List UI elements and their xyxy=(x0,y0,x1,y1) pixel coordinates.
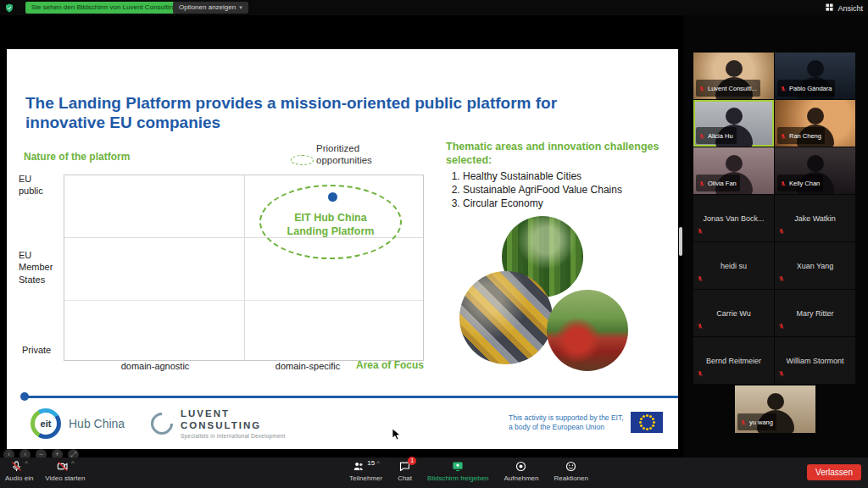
mic-muted-icon xyxy=(778,223,785,238)
video-label: Video starten xyxy=(45,474,85,482)
participants-count: 15 xyxy=(367,459,375,467)
eit-hub-text: Hub China xyxy=(69,417,125,430)
view-options-button[interactable]: Optionen anzeigen▾ xyxy=(173,2,248,14)
name-strip: yu wang xyxy=(737,413,776,430)
chevron-up-icon[interactable]: ^ xyxy=(25,460,28,467)
participant-tile[interactable]: Bernd Reitmeier xyxy=(693,337,774,384)
mic-muted-icon xyxy=(778,318,785,333)
share-screen-button[interactable]: Bildschirm freigeben xyxy=(427,460,488,482)
x-axis-label-domain-agnostic: domain-agnostic xyxy=(92,361,219,371)
participant-name: Olivia Fan xyxy=(708,180,737,187)
name-strip: Ran Cheng xyxy=(777,127,825,144)
thematic-item-2: Sustainable AgriFood Value Chains xyxy=(463,183,673,197)
participant-name: heidi su xyxy=(721,262,747,270)
footer-divider-dot xyxy=(20,392,29,401)
participant-tile[interactable]: Carrie Wu xyxy=(693,290,774,336)
luvent-consulting-logo: LUVENT CONSULTING Specialists in Interna… xyxy=(151,408,286,439)
meeting-toolbar: ^ Audio ein ^ Video starten 15^ Teilnehm… xyxy=(0,458,868,488)
eit-logo-text: eit xyxy=(35,413,57,435)
name-strip: Alicia Hu xyxy=(696,127,737,144)
mic-muted-icon xyxy=(697,318,704,333)
participant-name: Jonas Van Bock... xyxy=(704,214,765,223)
record-label: Aufnehmen xyxy=(504,474,539,482)
participant-tile-active-speaker[interactable]: Alicia Hu xyxy=(693,100,774,147)
chevron-up-icon[interactable]: ^ xyxy=(376,460,380,467)
participant-tile[interactable]: heidi su xyxy=(693,242,774,289)
participants-button[interactable]: 15^ Teilnehmer xyxy=(349,460,382,482)
thematic-item-3: Circular Economy xyxy=(463,197,673,210)
eu-flag-icon xyxy=(631,412,663,433)
chevron-up-icon[interactable]: ^ xyxy=(71,460,75,467)
participant-name: Ran Cheng xyxy=(789,132,821,140)
platform-marker-dot xyxy=(328,192,337,202)
view-options-label: Optionen anzeigen xyxy=(179,3,236,11)
audio-button[interactable]: ^ Audio ein xyxy=(5,460,33,482)
mouse-cursor xyxy=(392,428,401,444)
matrix-horizontal-gridline-2 xyxy=(64,300,423,301)
chevron-down-icon: ▾ xyxy=(239,4,242,10)
mic-muted-icon xyxy=(697,270,704,286)
participant-tile[interactable]: Mary Ritter xyxy=(775,290,855,336)
participant-gallery: Luvent Consulti... Pablo Gándara Alicia … xyxy=(693,53,855,384)
screen-share-banner: Sie sehen den Bildschirm von Luvent Cons… xyxy=(25,2,183,14)
mic-muted-icon xyxy=(780,80,787,96)
mic-muted-icon xyxy=(778,365,785,380)
participant-tile[interactable]: Kelly Chan xyxy=(775,147,855,194)
participant-tile[interactable]: Ran Cheng xyxy=(775,100,855,147)
gallery-scrollbar[interactable] xyxy=(679,227,682,256)
footer-divider-line xyxy=(24,396,678,398)
dashed-ellipse-legend-icon xyxy=(291,155,314,165)
mic-muted-icon xyxy=(698,175,705,191)
luvent-name-line1: LUVENT xyxy=(181,408,286,420)
eit-hub-china-logo: eit Hub China xyxy=(31,408,125,439)
mic-muted-icon xyxy=(698,128,705,143)
participants-label: Teilnehmer xyxy=(349,474,382,482)
luvent-mark-icon xyxy=(147,408,178,439)
participant-name: Kelly Chan xyxy=(789,180,820,187)
chat-button[interactable]: 1 Chat xyxy=(398,460,412,482)
presentation-slide: The Landing Platform provides a mission-… xyxy=(7,49,678,449)
participant-tile[interactable]: Jonas Van Bock... xyxy=(693,195,774,241)
view-label: Ansicht xyxy=(837,4,863,13)
mic-muted-icon xyxy=(778,270,785,286)
slide-title: The Landing Platform provides a mission-… xyxy=(25,93,581,132)
view-button[interactable]: Ansicht xyxy=(825,3,863,14)
mic-muted-icon xyxy=(780,175,787,191)
participant-name: Bernd Reitmeier xyxy=(706,357,761,365)
mic-muted-icon xyxy=(697,223,704,238)
video-button[interactable]: ^ Video starten xyxy=(45,460,85,482)
participant-name: William Stormont xyxy=(786,357,843,365)
participant-tile[interactable]: Olivia Fan xyxy=(693,147,774,194)
prioritized-opportunities-label: Prioritized opportunities xyxy=(316,142,389,167)
participant-name: Mary Ritter xyxy=(796,309,833,318)
security-shield-icon[interactable] xyxy=(4,2,14,17)
participant-tile[interactable]: Xuan Yang xyxy=(775,242,855,289)
name-strip: Pablo Gándara xyxy=(777,80,835,97)
eu-flag-stars xyxy=(646,421,648,424)
thematic-item-1: Healthy Sustainable Cities xyxy=(463,169,673,183)
participant-tile[interactable]: Luvent Consulti... xyxy=(693,53,774,99)
chat-badge: 1 xyxy=(408,457,416,465)
zoom-window: Sie sehen den Bildschirm von Luvent Cons… xyxy=(0,0,868,488)
participant-name: Jake Watkin xyxy=(794,214,836,223)
participant-name: Luvent Consulti... xyxy=(708,85,757,92)
area-of-focus-label: Area of Focus xyxy=(356,359,424,371)
top-bar: Sie sehen den Bildschirm von Luvent Cons… xyxy=(0,0,868,15)
participant-tile-self[interactable]: yu wang xyxy=(735,385,815,433)
eit-ring-icon: eit xyxy=(31,408,61,439)
mic-muted-icon xyxy=(697,365,704,380)
participant-tile[interactable]: Pablo Gándara xyxy=(775,53,855,99)
y-axis-label-eu-public: EU public xyxy=(19,173,54,197)
record-button[interactable]: Aufnehmen xyxy=(504,460,539,482)
share-screen-label: Bildschirm freigeben xyxy=(427,474,488,482)
participant-tile[interactable]: William Stormont xyxy=(775,337,855,384)
name-strip: Kelly Chan xyxy=(777,175,823,191)
leave-button[interactable]: Verlassen xyxy=(807,464,861,480)
reactions-button[interactable]: Reaktionen xyxy=(554,460,587,482)
photo-tractor-in-field xyxy=(547,290,628,371)
participant-tile[interactable]: Jake Watkin xyxy=(775,195,855,241)
x-axis-label-domain-specific: domain-specific xyxy=(244,361,371,371)
thematic-areas-heading: Thematic areas and innovation challenges… xyxy=(446,141,668,167)
chat-icon: 1 xyxy=(398,460,411,476)
luvent-tagline: Specialists in International Development xyxy=(181,433,286,439)
